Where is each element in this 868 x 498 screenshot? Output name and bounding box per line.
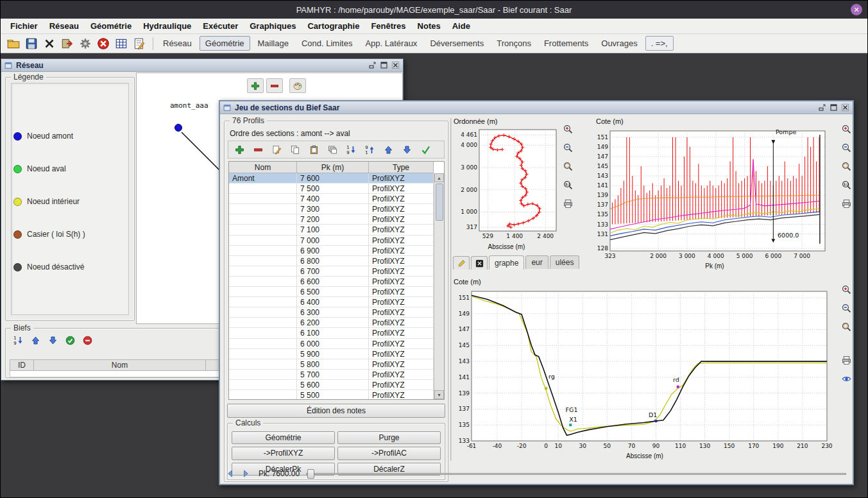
add-node-button[interactable] xyxy=(247,78,264,93)
grid-table-icon[interactable] xyxy=(114,37,128,51)
column-header[interactable]: Type xyxy=(369,162,434,173)
edit-tab-button[interactable] xyxy=(453,256,470,270)
palette-button[interactable] xyxy=(289,78,306,93)
plan-view-plot[interactable]: 5291 4002 4003171 0002 0003 0004 0004 46… xyxy=(452,126,561,242)
next-section-button[interactable] xyxy=(239,467,252,480)
table-row[interactable]: 6 300ProfilXYZ xyxy=(229,307,434,318)
zoom-out-button[interactable] xyxy=(838,140,855,155)
disable-bief-button[interactable] xyxy=(80,334,94,347)
close-tab-button[interactable] xyxy=(471,256,488,270)
biefs-column-header[interactable]: ID xyxy=(10,359,34,371)
add-section-button[interactable] xyxy=(231,142,248,157)
zoom-in-button[interactable] xyxy=(838,282,855,297)
scrollbar-thumb[interactable] xyxy=(436,184,443,221)
close-icon[interactable] xyxy=(840,103,850,112)
edit-section-button[interactable] xyxy=(268,142,285,157)
scroll-down-icon[interactable]: ▼ xyxy=(434,390,444,399)
toolbar-button[interactable]: Déversements xyxy=(425,37,489,50)
settings-gear-icon[interactable] xyxy=(78,37,92,51)
toolbar-button[interactable]: Frottements xyxy=(539,37,593,50)
enable-bief-button[interactable] xyxy=(63,334,77,347)
table-row[interactable]: 5 900ProfilXYZ xyxy=(229,349,434,359)
close-icon[interactable] xyxy=(391,60,400,70)
zoom-in-button[interactable] xyxy=(838,121,855,137)
table-row[interactable]: 5 500ProfilXYZ xyxy=(229,390,434,399)
paste-button[interactable] xyxy=(305,142,322,157)
visibility-button[interactable] xyxy=(838,371,855,386)
table-row[interactable]: 5 800ProfilXYZ xyxy=(229,359,434,370)
menu-item[interactable]: Notes xyxy=(412,20,447,32)
move-down-button[interactable] xyxy=(398,142,415,157)
toolbar-button[interactable]: Tronçons xyxy=(491,37,536,50)
plot-tab[interactable]: graphe xyxy=(489,255,524,270)
notes-icon[interactable] xyxy=(132,37,146,51)
toolbar-button[interactable]: Géométrie xyxy=(200,36,250,51)
maximize-icon[interactable] xyxy=(379,60,389,70)
sort-biefs-button[interactable]: 19 xyxy=(11,334,25,347)
reseau-window-titlebar[interactable]: Réseau xyxy=(1,59,403,72)
slider-thumb[interactable] xyxy=(307,469,314,479)
zoom-select-button[interactable] xyxy=(559,159,576,174)
move-up-button[interactable] xyxy=(380,142,396,157)
toolbar-button[interactable]: . =>, xyxy=(645,36,674,51)
duplicate-button[interactable] xyxy=(324,142,341,157)
table-row[interactable]: 6 700ProfilXYZ xyxy=(229,266,434,277)
cross-section-plot[interactable]: -61-40-200103050709011013015017019021023… xyxy=(452,287,835,451)
table-row[interactable]: 7 400ProfilXYZ xyxy=(229,194,434,204)
calc-button[interactable]: ->ProfilAC xyxy=(337,447,441,459)
table-row[interactable]: 7 200ProfilXYZ xyxy=(229,214,434,225)
table-row[interactable]: 6 100ProfilXYZ xyxy=(229,328,434,338)
plot-tab[interactable]: eur xyxy=(525,255,548,269)
maximize-icon[interactable] xyxy=(829,103,838,112)
copy-button[interactable] xyxy=(287,142,303,157)
plot-tab[interactable]: ulées xyxy=(550,255,580,269)
table-row[interactable]: 7 300ProfilXYZ xyxy=(229,204,434,214)
table-row[interactable]: 5 600ProfilXYZ xyxy=(229,380,434,390)
menu-item[interactable]: Géométrie xyxy=(85,20,137,32)
remove-node-button[interactable] xyxy=(266,78,283,93)
table-row[interactable]: 6 000ProfilXYZ xyxy=(229,339,434,349)
table-row[interactable]: 5 700ProfilXYZ xyxy=(229,370,434,380)
toolbar-button[interactable]: Cond. Limites xyxy=(296,37,357,50)
open-file-icon[interactable] xyxy=(6,37,21,51)
iconify-icon[interactable] xyxy=(368,60,377,70)
sort-ascending-button[interactable]: 91 xyxy=(361,142,378,157)
menu-item[interactable]: Cartographie xyxy=(302,20,365,32)
menu-item[interactable]: Fichier xyxy=(4,20,44,32)
table-row[interactable]: Amont7 600ProfilXYZ xyxy=(229,173,434,184)
zoom-select-button[interactable] xyxy=(838,159,855,174)
table-scrollbar[interactable]: ▲ ▼ xyxy=(434,173,444,399)
table-row[interactable]: 7 100ProfilXYZ xyxy=(229,225,434,235)
stop-icon[interactable] xyxy=(96,37,110,51)
menu-item[interactable]: Exécuter xyxy=(197,20,244,32)
toolbar-button[interactable]: Ouvrages xyxy=(596,37,642,50)
zoom-out-button[interactable] xyxy=(559,140,576,155)
calc-button[interactable]: ->ProfilXYZ xyxy=(232,447,335,459)
pk-slider[interactable] xyxy=(306,468,847,479)
iconify-icon[interactable] xyxy=(817,103,827,112)
menu-item[interactable]: Fenêtres xyxy=(365,20,411,32)
print-button[interactable] xyxy=(838,352,855,368)
edit-notes-button[interactable]: Édition des notes xyxy=(227,404,445,418)
toolbar-button[interactable]: App. Latéraux xyxy=(360,37,422,50)
menu-item[interactable]: Aide xyxy=(447,20,476,32)
zoom-in-button[interactable] xyxy=(559,121,576,137)
validate-button[interactable] xyxy=(417,142,434,157)
menu-item[interactable]: Réseau xyxy=(44,20,85,32)
table-row[interactable]: 6 600ProfilXYZ xyxy=(229,277,434,287)
split-divider[interactable] xyxy=(450,118,452,461)
table-row[interactable]: 7 000ProfilXYZ xyxy=(229,236,434,246)
upstream-node[interactable] xyxy=(174,124,182,132)
toolbar-button[interactable]: Maillage xyxy=(253,37,294,50)
table-row[interactable]: 6 500ProfilXYZ xyxy=(229,287,434,297)
export-icon[interactable] xyxy=(60,37,74,51)
menu-item[interactable]: Hydraulique xyxy=(137,20,197,32)
close-project-icon[interactable] xyxy=(42,37,56,51)
save-icon[interactable] xyxy=(24,37,38,51)
zoom-select-button[interactable] xyxy=(838,319,855,334)
print-button[interactable] xyxy=(838,196,855,211)
zoom-reset-button[interactable]: 1:1 xyxy=(838,177,855,193)
move-up-button[interactable] xyxy=(28,334,42,347)
calc-button[interactable]: Purge xyxy=(337,431,441,444)
remove-section-button[interactable] xyxy=(250,142,266,157)
